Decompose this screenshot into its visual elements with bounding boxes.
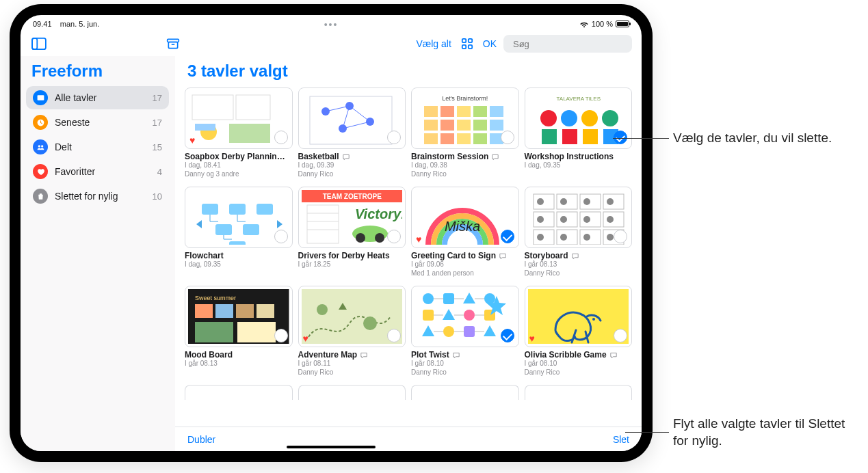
board-modified: I går 08.11 — [298, 360, 406, 368]
favorite-icon: ♥ — [529, 333, 535, 344]
selection-checkbox[interactable] — [387, 131, 401, 144]
home-indicator[interactable] — [287, 446, 376, 448]
search-input[interactable] — [513, 39, 628, 49]
board-thumbnail[interactable] — [298, 87, 406, 149]
selection-checkbox[interactable] — [387, 329, 401, 342]
board-thumbnail[interactable] — [525, 385, 633, 400]
svg-rect-98 — [195, 322, 233, 342]
board-thumbnail[interactable] — [185, 385, 293, 400]
view-grid-button[interactable] — [458, 36, 476, 52]
sidebar-item-count: 17 — [153, 93, 162, 103]
board-title: Olivia Scribble Game — [525, 350, 633, 360]
board-thumbnail[interactable] — [411, 385, 519, 400]
selection-checkbox[interactable] — [614, 329, 627, 342]
board-thumbnail[interactable]: Let's Brainstorm! — [411, 87, 519, 149]
svg-rect-48 — [562, 129, 577, 144]
people-icon — [33, 139, 48, 154]
sidebar-item-alle-tavler[interactable]: Alle tavler 17 — [26, 86, 169, 109]
svg-point-45 — [581, 110, 598, 126]
svg-rect-94 — [195, 304, 213, 318]
svg-rect-12 — [37, 95, 44, 100]
svg-point-69 — [537, 198, 544, 205]
svg-point-102 — [363, 316, 377, 330]
board-modified: I går 08.10 — [411, 360, 519, 368]
board-thumbnail[interactable] — [185, 187, 293, 248]
board-card: Flowchart I dag, 09.35 — [185, 187, 293, 278]
board-title: Storyboard — [525, 251, 633, 260]
svg-rect-32 — [424, 120, 438, 131]
search-field[interactable] — [503, 35, 632, 53]
board-card: ♥ Soapbox Derby Plannin… I dag, 08.41 Da… — [185, 87, 293, 178]
board-owner: Danny Rico — [411, 170, 519, 179]
sidebar-item-label: Seneste — [55, 117, 90, 128]
trash-icon — [33, 189, 48, 204]
archive-button[interactable] — [164, 36, 182, 52]
board-title: Flowchart — [185, 251, 293, 260]
selection-checkbox[interactable] — [274, 329, 288, 342]
sidebar-item-delt[interactable]: Delt 15 — [26, 135, 169, 159]
selection-checkbox[interactable] — [274, 131, 288, 144]
status-right: 100 % — [579, 20, 629, 28]
sidebar: Freeform Alle tavler 17 Seneste 17 Delt … — [21, 56, 175, 451]
shared-icon — [499, 251, 507, 260]
board-thumbnail[interactable] — [411, 286, 519, 347]
board-card-partial — [525, 385, 633, 400]
board-thumbnail[interactable]: Sweet summer — [185, 286, 293, 347]
board-owner: Med 1 anden person — [411, 269, 519, 278]
board-thumbnail[interactable]: ♥ — [185, 87, 293, 149]
sidebar-item-slettet-for-nylig[interactable]: Slettet for nylig 10 — [26, 185, 169, 208]
svg-rect-27 — [424, 106, 438, 117]
board-thumbnail[interactable]: ♥ — [525, 286, 633, 347]
board-title: Mood Board — [185, 350, 293, 360]
sidebar-item-seneste[interactable]: Seneste 17 — [26, 111, 169, 134]
svg-point-112 — [464, 310, 475, 321]
board-title: Adventure Map — [298, 350, 406, 360]
selection-checkbox[interactable] — [501, 230, 514, 243]
sidebar-item-label: Delt — [55, 141, 72, 152]
ipad-device-frame: ••• 09.41 man. 5. jun. 100 % — [10, 4, 653, 462]
duplicate-button[interactable]: Dubler — [187, 434, 215, 445]
sidebar-item-favoritter[interactable]: Favoritter 4 — [26, 160, 169, 183]
svg-point-77 — [537, 216, 544, 223]
svg-rect-56 — [229, 241, 246, 245]
board-thumbnail[interactable] — [525, 187, 633, 248]
board-thumbnail[interactable]: Miška ♥ — [411, 187, 519, 248]
svg-point-91 — [607, 234, 614, 241]
board-thumbnail[interactable]: ♥ — [298, 286, 406, 347]
battery-percent: 100 % — [592, 20, 613, 28]
board-title: Soapbox Derby Plannin… — [185, 152, 293, 161]
selection-checkbox[interactable] — [501, 131, 514, 144]
status-left: 09.41 man. 5. jun. — [33, 20, 99, 28]
sidebar-item-count: 17 — [153, 118, 162, 128]
sidebar-toggle-button[interactable] — [30, 36, 48, 52]
board-thumbnail[interactable] — [298, 385, 406, 400]
sidebar-item-label: Alle tavler — [55, 92, 96, 103]
svg-rect-37 — [424, 133, 438, 144]
selection-checkbox[interactable] — [501, 329, 514, 342]
svg-rect-53 — [257, 204, 273, 215]
board-modified: I dag, 09.38 — [411, 161, 519, 170]
svg-text:Victory!: Victory! — [355, 206, 403, 221]
board-modified: I dag, 09.35 — [185, 260, 293, 269]
svg-point-83 — [607, 216, 614, 223]
callout-move-to-deleted: Flyt alle valgte tavler til Slettet for … — [625, 416, 858, 449]
selection-checkbox[interactable] — [274, 230, 288, 243]
svg-point-116 — [443, 326, 454, 337]
board-owner: Danny Rico — [411, 368, 519, 377]
board-modified: I går 08.13 — [525, 260, 633, 269]
svg-point-101 — [317, 304, 328, 315]
selection-checkbox[interactable] — [614, 230, 627, 243]
board-card: TEAM ZOETROPEVictory! Drivers for Derby … — [298, 187, 406, 278]
svg-point-75 — [607, 198, 614, 205]
svg-rect-8 — [469, 45, 472, 49]
board-card-partial — [185, 385, 293, 400]
selection-checkbox[interactable] — [387, 230, 401, 243]
svg-rect-40 — [473, 133, 487, 144]
board-thumbnail[interactable]: TEAM ZOETROPEVictory! — [298, 187, 406, 248]
done-button[interactable]: OK — [483, 38, 497, 49]
multitask-dots-icon[interactable]: ••• — [324, 19, 339, 30]
svg-rect-109 — [423, 310, 434, 321]
select-all-button[interactable]: Vælg alt — [416, 38, 451, 49]
svg-rect-99 — [237, 322, 276, 342]
svg-rect-30 — [473, 106, 487, 117]
